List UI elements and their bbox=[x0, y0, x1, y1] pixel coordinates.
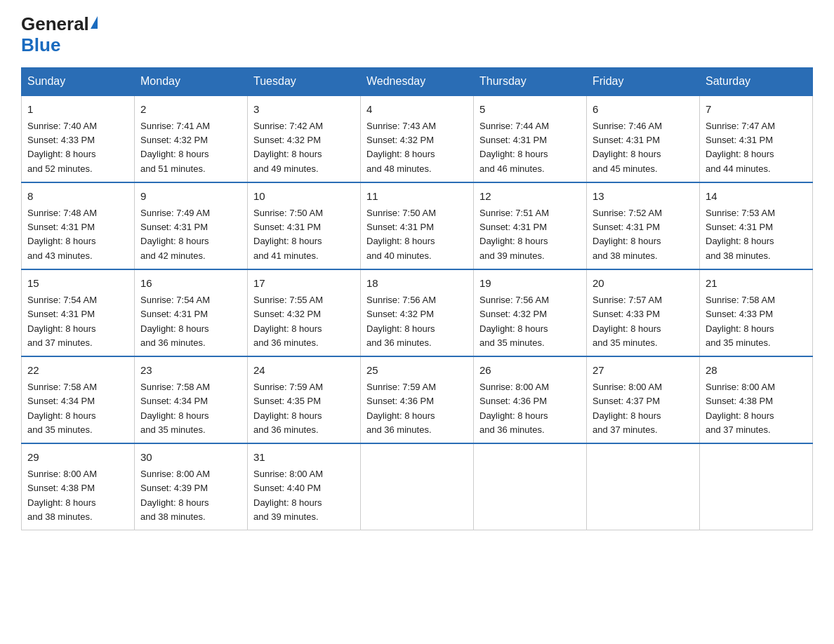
day-number: 25 bbox=[366, 363, 468, 379]
calendar-cell: 6Sunrise: 7:46 AMSunset: 4:31 PMDaylight… bbox=[587, 95, 700, 182]
day-number: 14 bbox=[706, 189, 807, 205]
day-info: Sunrise: 8:00 AMSunset: 4:38 PMDaylight:… bbox=[27, 469, 97, 521]
weekday-header-wednesday: Wednesday bbox=[361, 67, 474, 95]
logo-blue: Blue bbox=[21, 34, 60, 55]
calendar-cell: 23Sunrise: 7:58 AMSunset: 4:34 PMDayligh… bbox=[135, 356, 248, 443]
day-info: Sunrise: 7:46 AMSunset: 4:31 PMDaylight:… bbox=[593, 121, 662, 173]
day-number: 29 bbox=[27, 450, 128, 466]
calendar-cell: 20Sunrise: 7:57 AMSunset: 4:33 PMDayligh… bbox=[587, 269, 700, 356]
day-number: 28 bbox=[706, 363, 807, 379]
day-number: 30 bbox=[140, 450, 241, 466]
day-info: Sunrise: 7:47 AMSunset: 4:31 PMDaylight:… bbox=[706, 121, 775, 173]
day-number: 12 bbox=[479, 189, 581, 205]
day-info: Sunrise: 8:00 AMSunset: 4:40 PMDaylight:… bbox=[253, 469, 323, 521]
calendar-cell: 5Sunrise: 7:44 AMSunset: 4:31 PMDaylight… bbox=[474, 95, 587, 182]
calendar-cell: 27Sunrise: 8:00 AMSunset: 4:37 PMDayligh… bbox=[587, 356, 700, 443]
calendar-cell: 19Sunrise: 7:56 AMSunset: 4:32 PMDayligh… bbox=[474, 269, 587, 356]
day-info: Sunrise: 7:58 AMSunset: 4:34 PMDaylight:… bbox=[140, 382, 210, 434]
page-header: General Blue bbox=[21, 14, 813, 56]
calendar-cell: 31Sunrise: 8:00 AMSunset: 4:40 PMDayligh… bbox=[248, 443, 361, 530]
day-info: Sunrise: 8:00 AMSunset: 4:39 PMDaylight:… bbox=[140, 469, 210, 521]
day-number: 23 bbox=[140, 363, 241, 379]
calendar-cell: 24Sunrise: 7:59 AMSunset: 4:35 PMDayligh… bbox=[248, 356, 361, 443]
day-number: 1 bbox=[27, 102, 128, 118]
calendar-week-4: 22Sunrise: 7:58 AMSunset: 4:34 PMDayligh… bbox=[22, 356, 813, 443]
day-number: 5 bbox=[479, 102, 581, 118]
calendar-table: SundayMondayTuesdayWednesdayThursdayFrid… bbox=[21, 67, 813, 530]
calendar-cell: 17Sunrise: 7:55 AMSunset: 4:32 PMDayligh… bbox=[248, 269, 361, 356]
calendar-week-5: 29Sunrise: 8:00 AMSunset: 4:38 PMDayligh… bbox=[22, 443, 813, 530]
day-info: Sunrise: 7:54 AMSunset: 4:31 PMDaylight:… bbox=[140, 295, 210, 347]
calendar-cell: 18Sunrise: 7:56 AMSunset: 4:32 PMDayligh… bbox=[361, 269, 474, 356]
day-number: 18 bbox=[366, 276, 468, 292]
day-info: Sunrise: 8:00 AMSunset: 4:36 PMDaylight:… bbox=[479, 382, 549, 434]
day-info: Sunrise: 7:43 AMSunset: 4:32 PMDaylight:… bbox=[366, 121, 436, 173]
day-number: 4 bbox=[366, 102, 468, 118]
calendar-week-3: 15Sunrise: 7:54 AMSunset: 4:31 PMDayligh… bbox=[22, 269, 813, 356]
calendar-cell: 15Sunrise: 7:54 AMSunset: 4:31 PMDayligh… bbox=[22, 269, 135, 356]
day-number: 15 bbox=[27, 276, 128, 292]
calendar-cell: 13Sunrise: 7:52 AMSunset: 4:31 PMDayligh… bbox=[587, 182, 700, 269]
day-number: 6 bbox=[593, 102, 694, 118]
calendar-cell: 1Sunrise: 7:40 AMSunset: 4:33 PMDaylight… bbox=[22, 95, 135, 182]
weekday-header-sunday: Sunday bbox=[22, 67, 135, 95]
calendar-cell bbox=[700, 443, 813, 530]
calendar-cell bbox=[474, 443, 587, 530]
logo: General Blue bbox=[21, 14, 98, 56]
weekday-header-row: SundayMondayTuesdayWednesdayThursdayFrid… bbox=[22, 67, 813, 95]
day-info: Sunrise: 7:53 AMSunset: 4:31 PMDaylight:… bbox=[706, 208, 775, 260]
day-info: Sunrise: 8:00 AMSunset: 4:38 PMDaylight:… bbox=[706, 382, 775, 434]
day-number: 8 bbox=[27, 189, 128, 205]
day-info: Sunrise: 7:50 AMSunset: 4:31 PMDaylight:… bbox=[253, 208, 323, 260]
calendar-cell bbox=[587, 443, 700, 530]
day-number: 24 bbox=[253, 363, 355, 379]
day-info: Sunrise: 7:50 AMSunset: 4:31 PMDaylight:… bbox=[366, 208, 436, 260]
day-info: Sunrise: 7:55 AMSunset: 4:32 PMDaylight:… bbox=[253, 295, 323, 347]
calendar-cell: 28Sunrise: 8:00 AMSunset: 4:38 PMDayligh… bbox=[700, 356, 813, 443]
logo-general: General bbox=[21, 14, 89, 34]
weekday-header-tuesday: Tuesday bbox=[248, 67, 361, 95]
calendar-cell: 26Sunrise: 8:00 AMSunset: 4:36 PMDayligh… bbox=[474, 356, 587, 443]
day-number: 16 bbox=[140, 276, 241, 292]
day-number: 13 bbox=[593, 189, 694, 205]
weekday-header-saturday: Saturday bbox=[700, 67, 813, 95]
day-number: 26 bbox=[479, 363, 581, 379]
day-info: Sunrise: 7:59 AMSunset: 4:36 PMDaylight:… bbox=[366, 382, 436, 434]
day-info: Sunrise: 7:41 AMSunset: 4:32 PMDaylight:… bbox=[140, 121, 210, 173]
day-number: 2 bbox=[140, 102, 241, 118]
calendar-week-1: 1Sunrise: 7:40 AMSunset: 4:33 PMDaylight… bbox=[22, 95, 813, 182]
calendar-cell: 21Sunrise: 7:58 AMSunset: 4:33 PMDayligh… bbox=[700, 269, 813, 356]
day-info: Sunrise: 7:56 AMSunset: 4:32 PMDaylight:… bbox=[479, 295, 549, 347]
day-number: 9 bbox=[140, 189, 241, 205]
day-info: Sunrise: 7:58 AMSunset: 4:33 PMDaylight:… bbox=[706, 295, 775, 347]
calendar-cell: 30Sunrise: 8:00 AMSunset: 4:39 PMDayligh… bbox=[135, 443, 248, 530]
calendar-cell: 8Sunrise: 7:48 AMSunset: 4:31 PMDaylight… bbox=[22, 182, 135, 269]
day-info: Sunrise: 7:44 AMSunset: 4:31 PMDaylight:… bbox=[479, 121, 549, 173]
day-number: 21 bbox=[706, 276, 807, 292]
day-info: Sunrise: 7:57 AMSunset: 4:33 PMDaylight:… bbox=[593, 295, 662, 347]
calendar-cell: 4Sunrise: 7:43 AMSunset: 4:32 PMDaylight… bbox=[361, 95, 474, 182]
calendar-cell: 14Sunrise: 7:53 AMSunset: 4:31 PMDayligh… bbox=[700, 182, 813, 269]
calendar-cell: 2Sunrise: 7:41 AMSunset: 4:32 PMDaylight… bbox=[135, 95, 248, 182]
logo-triangle-icon bbox=[91, 16, 98, 29]
day-info: Sunrise: 7:52 AMSunset: 4:31 PMDaylight:… bbox=[593, 208, 662, 260]
day-number: 19 bbox=[479, 276, 581, 292]
day-info: Sunrise: 7:59 AMSunset: 4:35 PMDaylight:… bbox=[253, 382, 323, 434]
calendar-cell: 12Sunrise: 7:51 AMSunset: 4:31 PMDayligh… bbox=[474, 182, 587, 269]
day-number: 31 bbox=[253, 450, 355, 466]
day-number: 11 bbox=[366, 189, 468, 205]
calendar-cell: 29Sunrise: 8:00 AMSunset: 4:38 PMDayligh… bbox=[22, 443, 135, 530]
calendar-cell: 10Sunrise: 7:50 AMSunset: 4:31 PMDayligh… bbox=[248, 182, 361, 269]
calendar-cell: 22Sunrise: 7:58 AMSunset: 4:34 PMDayligh… bbox=[22, 356, 135, 443]
day-number: 17 bbox=[253, 276, 355, 292]
calendar-cell: 11Sunrise: 7:50 AMSunset: 4:31 PMDayligh… bbox=[361, 182, 474, 269]
calendar-cell: 9Sunrise: 7:49 AMSunset: 4:31 PMDaylight… bbox=[135, 182, 248, 269]
calendar-week-2: 8Sunrise: 7:48 AMSunset: 4:31 PMDaylight… bbox=[22, 182, 813, 269]
calendar-cell: 16Sunrise: 7:54 AMSunset: 4:31 PMDayligh… bbox=[135, 269, 248, 356]
calendar-cell: 25Sunrise: 7:59 AMSunset: 4:36 PMDayligh… bbox=[361, 356, 474, 443]
day-info: Sunrise: 7:58 AMSunset: 4:34 PMDaylight:… bbox=[27, 382, 97, 434]
weekday-header-monday: Monday bbox=[135, 67, 248, 95]
day-info: Sunrise: 7:48 AMSunset: 4:31 PMDaylight:… bbox=[27, 208, 97, 260]
day-info: Sunrise: 7:51 AMSunset: 4:31 PMDaylight:… bbox=[479, 208, 549, 260]
day-info: Sunrise: 8:00 AMSunset: 4:37 PMDaylight:… bbox=[593, 382, 662, 434]
